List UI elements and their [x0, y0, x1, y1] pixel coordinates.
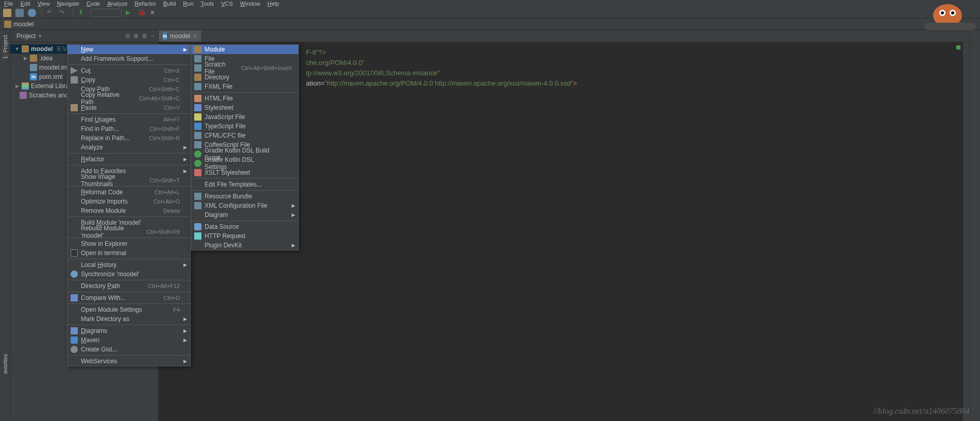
menu-item[interactable]: XSLT Stylesheet	[191, 168, 298, 177]
undo-icon[interactable]: ↶	[47, 9, 55, 17]
menu-item[interactable]: Create Gist...	[67, 345, 190, 354]
menu-item[interactable]: Find in Path...Ctrl+Shift+F	[67, 124, 190, 133]
menu-item[interactable]: Diagrams▶	[67, 326, 190, 335]
menu-item[interactable]: Scratch FileCtrl+Alt+Shift+Insert	[191, 63, 298, 73]
menu-item[interactable]: New▶	[67, 45, 190, 54]
menu-item[interactable]: PasteCtrl+V	[67, 103, 190, 112]
stop-icon[interactable]: ■	[150, 9, 159, 17]
menu-item[interactable]: Remove ModuleDelete	[67, 206, 190, 215]
editor-tabs: m moodel ×	[159, 30, 970, 42]
svg-point-3	[941, 11, 944, 14]
menu-code[interactable]: Code	[87, 1, 100, 7]
menu-item[interactable]: CFML/CFC file	[191, 131, 298, 140]
analysis-ok-icon	[956, 45, 960, 49]
menu-item[interactable]: Replace in Path...Ctrl+Shift+R	[67, 133, 190, 143]
menu-item[interactable]: Show in Explorer	[67, 239, 190, 248]
i-file-icon	[194, 55, 201, 62]
hide-icon[interactable]: −	[150, 32, 154, 40]
menu-view[interactable]: View	[38, 1, 50, 7]
i-html-icon	[194, 95, 201, 102]
right-tool-strip	[970, 30, 980, 421]
menu-item[interactable]: HTTP Request	[191, 231, 298, 241]
i-js-icon	[194, 113, 201, 121]
menu-item[interactable]: Diagram▶	[191, 210, 298, 220]
folder-icon	[4, 21, 11, 28]
open-icon[interactable]	[3, 9, 11, 17]
menu-item[interactable]: Copy Relative PathCtrl+Alt+Shift+C	[67, 94, 190, 103]
menu-refactor[interactable]: Refactor	[134, 1, 156, 7]
left-tool-strip-bottom: avorites	[0, 349, 10, 421]
breadcrumb: moodel	[0, 19, 980, 30]
menu-item[interactable]: HTML File	[191, 94, 298, 103]
menu-analyze[interactable]: Analyze	[107, 1, 127, 7]
project-tool-button[interactable]: 1: Project	[2, 35, 8, 59]
menu-item[interactable]: Plugin DevKit▶	[191, 241, 298, 250]
menu-item[interactable]: Rebuild Module 'moodel'Ctrl+Shift+F9	[67, 227, 190, 237]
close-tab-icon[interactable]: ×	[193, 32, 197, 40]
menu-item[interactable]: Edit File Templates...	[191, 180, 298, 189]
menu-item[interactable]: Show Image ThumbnailsCtrl+Shift+T	[67, 176, 190, 185]
menubar: FileEditViewNavigateCodeAnalyzeRefactorB…	[0, 0, 980, 7]
menu-help[interactable]: Help	[267, 1, 279, 7]
watermark: //blog.csdn.net/a1406075864	[873, 407, 970, 416]
menu-item[interactable]: Reformat CodeCtrl+Alt+L	[67, 188, 190, 197]
menu-item[interactable]: Module	[191, 45, 298, 54]
menu-item[interactable]: Optimize ImportsCtrl+Alt+O	[67, 197, 190, 206]
menu-item[interactable]: Directory PathCtrl+Alt+F12	[67, 281, 190, 291]
menu-navigate[interactable]: Navigate	[57, 1, 79, 7]
menu-item[interactable]: JavaScript File	[191, 112, 298, 122]
editor-tab-moodel[interactable]: m moodel ×	[159, 30, 201, 42]
menu-item[interactable]: XML Configuration File▶	[191, 201, 298, 210]
menu-item[interactable]: Find UsagesAlt+F7	[67, 115, 190, 124]
run-config-dropdown[interactable]	[91, 9, 122, 17]
menu-edit[interactable]: Edit	[21, 1, 30, 7]
menu-item[interactable]: TypeScript File	[191, 122, 298, 131]
menu-item[interactable]: CutCtrl+X	[67, 66, 190, 75]
favorites-tool-button[interactable]: avorites	[2, 354, 8, 374]
project-panel-title[interactable]: Project	[16, 32, 36, 40]
menu-item[interactable]: Refactor▶	[67, 155, 190, 164]
menu-item[interactable]: Directory	[191, 73, 298, 82]
file-icon	[30, 64, 37, 71]
menu-item[interactable]: Data Source	[191, 222, 298, 231]
menu-item[interactable]: Open in terminal	[67, 248, 190, 258]
i-m-icon	[71, 336, 78, 344]
save-icon[interactable]	[15, 9, 24, 17]
menu-item[interactable]: CopyCtrl+C	[67, 75, 190, 85]
i-copy-icon	[71, 76, 78, 83]
menu-item[interactable]: Mark Directory as▶	[67, 314, 190, 324]
i-css-icon	[194, 104, 201, 111]
menu-build[interactable]: Build	[163, 1, 176, 7]
build-icon[interactable]: ⬇	[78, 9, 87, 17]
menu-item[interactable]: Gradle Kotlin DSL Settings	[191, 159, 298, 168]
menu-item[interactable]: Maven▶	[67, 335, 190, 345]
menu-window[interactable]: Window	[240, 1, 260, 7]
redo-icon[interactable]: ↷	[59, 9, 67, 17]
menu-item[interactable]: Add Framework Support...	[67, 54, 190, 63]
menu-item[interactable]: WebServices▶	[67, 357, 190, 366]
menu-item[interactable]: Compare With...Ctrl+D	[67, 293, 190, 302]
collapse-icon[interactable]: ⊖	[125, 32, 130, 40]
menu-item[interactable]: Synchronize 'moodel'	[67, 270, 190, 279]
menu-tools[interactable]: Tools	[201, 1, 214, 7]
breadcrumb-project[interactable]: moodel	[13, 21, 33, 28]
debug-icon[interactable]: 🐞	[138, 9, 146, 17]
menu-item[interactable]: Analyze▶	[67, 143, 190, 152]
run-icon[interactable]: ▶	[126, 9, 134, 17]
menu-item[interactable]: Open Module SettingsF4	[67, 305, 190, 314]
menu-item[interactable]: Resource Bundle	[191, 192, 298, 201]
i-ts-icon	[194, 123, 201, 130]
i-xslt-icon	[194, 169, 201, 176]
menu-item[interactable]: FXML File	[191, 82, 298, 91]
target-icon[interactable]: ⊕	[133, 32, 139, 40]
menu-file[interactable]: File	[4, 1, 13, 7]
sync-icon[interactable]	[28, 9, 36, 17]
i-gradle-icon	[194, 160, 201, 167]
dropdown-icon[interactable]: ▼	[38, 33, 42, 39]
i-file-icon	[194, 64, 201, 72]
menu-vcs[interactable]: VCS	[221, 1, 233, 7]
settings-icon[interactable]: ⚙	[142, 32, 147, 40]
menu-item[interactable]: Local History▶	[67, 260, 190, 270]
menu-run[interactable]: Run	[183, 1, 193, 7]
menu-item[interactable]: Stylesheet	[191, 103, 298, 112]
